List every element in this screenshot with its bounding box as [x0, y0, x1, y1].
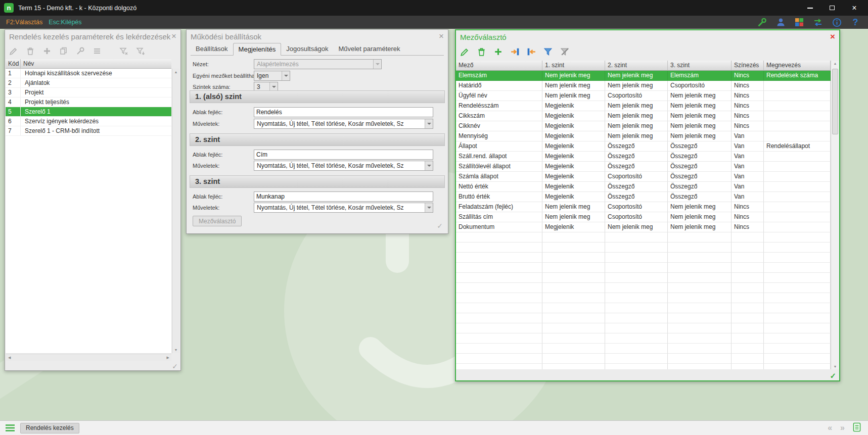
- settings-panel-close-icon[interactable]: ×: [439, 32, 444, 40]
- field-row[interactable]: CikknévMegjelenikNem jelenik megNem jele…: [456, 121, 831, 131]
- field-row[interactable]: RendelésszámMegjelenikNem jelenik megNem…: [456, 101, 831, 111]
- window-header-input-level2[interactable]: [254, 150, 433, 160]
- field-cell: [764, 283, 831, 293]
- field-row[interactable]: ElemszámNem jelenik megNem jelenik megEl…: [456, 71, 831, 81]
- move-into-level-icon[interactable]: [509, 46, 520, 57]
- field-row[interactable]: Szállítólevél állapotMegjelenikÖsszegzőÖ…: [456, 162, 831, 172]
- scroll-left-icon[interactable]: ◀: [8, 356, 11, 360]
- copy-icon[interactable]: [58, 45, 69, 57]
- tab-beallitasok[interactable]: Beállítások: [191, 43, 233, 55]
- hamburger-menu-icon[interactable]: [4, 422, 16, 433]
- minimize-button[interactable]: [806, 5, 813, 12]
- field-row[interactable]: Ügyfél névNem jelenik megCsoportosítóNem…: [456, 91, 831, 101]
- column-header-3[interactable]: 2. szint: [605, 61, 668, 71]
- scroll-down-icon[interactable]: ▼: [831, 365, 839, 368]
- field-row[interactable]: Számla állapotMegjelenikCsoportosítóÖssz…: [456, 172, 831, 182]
- help-icon[interactable]: ?: [850, 17, 861, 28]
- filter-icon[interactable]: [542, 46, 554, 57]
- field-vertical-scrollbar[interactable]: ▲ ▼: [831, 61, 839, 369]
- edit-icon[interactable]: [8, 45, 19, 57]
- close-button[interactable]: ×: [851, 5, 858, 12]
- field-row[interactable]: Szállítás címNem jelenik megCsoportosító…: [456, 212, 831, 222]
- operations-select-level3[interactable]: Nyomtatás, Új tétel, Tétel törlése, Kosá…: [254, 203, 433, 213]
- filter-apply-icon[interactable]: [135, 45, 146, 57]
- column-header-code[interactable]: Kód: [6, 59, 21, 68]
- tab-megjelenites[interactable]: Megjelenítés: [233, 43, 282, 56]
- field-row[interactable]: MennyiségMegjelenikNem jelenik megNem je…: [456, 131, 831, 141]
- field-cell: [456, 243, 542, 253]
- transfer-arrows-icon[interactable]: [812, 17, 824, 28]
- column-header-6[interactable]: Megnevezés: [764, 61, 831, 71]
- prev-module-icon[interactable]: «: [828, 423, 832, 433]
- user-icon[interactable]: [775, 17, 786, 28]
- filter-off-icon[interactable]: [559, 46, 570, 57]
- delete-icon[interactable]: [476, 46, 487, 57]
- column-header-2[interactable]: 1. szint: [542, 61, 605, 71]
- column-header-1[interactable]: Mező: [456, 61, 542, 71]
- field-cell: Van: [732, 141, 764, 152]
- operations-select-level2[interactable]: Nyomtatás, Új tétel, Tétel törlése, Kosá…: [254, 161, 433, 171]
- query-row[interactable]: 6Szervíz igények lekérdezés: [6, 117, 171, 126]
- scroll-down-icon[interactable]: ▼: [174, 348, 178, 352]
- active-module-tab[interactable]: Rendelés kezelés: [20, 423, 79, 433]
- field-row[interactable]: Bruttó értékMegjelenikÖsszegzőÖsszegzőVa…: [456, 192, 831, 202]
- add-icon[interactable]: [492, 46, 504, 57]
- operations-select-level1[interactable]: Nyomtatás, Új tétel, Tétel törlése, Kosá…: [254, 119, 433, 129]
- scrollbar-thumb[interactable]: [832, 69, 838, 134]
- module-list-icon[interactable]: [853, 422, 861, 434]
- query-accept-check-icon[interactable]: ✓: [172, 362, 178, 370]
- field-row[interactable]: Feladatszám (fejléc)Nem jelenik megCsopo…: [456, 202, 831, 212]
- menu-item-select[interactable]: F2:Választás: [6, 19, 42, 26]
- field-selector-button[interactable]: Mezőválasztó: [193, 216, 242, 226]
- info-icon[interactable]: [831, 17, 842, 28]
- delete-icon[interactable]: [25, 45, 36, 57]
- scroll-up-icon[interactable]: ▲: [174, 70, 178, 74]
- filter-clear-icon[interactable]: [118, 45, 129, 57]
- field-row[interactable]: ÁllapotMegjelenikÖsszegzőÖsszegzőVanRend…: [456, 141, 831, 152]
- query-row[interactable]: 4Projekt teljesítés: [6, 98, 171, 107]
- field-row[interactable]: Nettó értékMegjelenikÖsszegzőÖsszegzőVan: [456, 182, 831, 192]
- scroll-up-icon[interactable]: ▲: [831, 62, 839, 65]
- move-out-of-level-icon[interactable]: [526, 46, 537, 57]
- field-row[interactable]: CikkszámMegjelenikNem jelenik megNem jel…: [456, 111, 831, 121]
- statusbar: Rendelés kezelés « »: [0, 420, 868, 435]
- wrench-icon[interactable]: [756, 17, 767, 28]
- custom-fields-select[interactable]: Igen: [254, 71, 290, 81]
- tab-muvelet-parameterek[interactable]: Művelet paraméterek: [333, 43, 405, 55]
- column-header-5[interactable]: Színezés: [732, 61, 764, 71]
- query-row[interactable]: 7Szerelő 1 - CRM-ből indított: [6, 126, 171, 136]
- query-panel-close-icon[interactable]: ×: [171, 32, 176, 40]
- menu-item-exit[interactable]: Esc:Kilépés: [49, 19, 81, 26]
- column-header-4[interactable]: 3. szint: [668, 61, 732, 71]
- scroll-right-icon[interactable]: ▶: [167, 356, 169, 360]
- field-cell: Nem jelenik meg: [668, 121, 732, 131]
- query-row[interactable]: 3Projekt: [6, 88, 171, 98]
- window-header-input-level1[interactable]: [254, 107, 433, 117]
- view-select[interactable]: Alapértelmezés: [254, 59, 382, 69]
- field-selector-accept-check-icon[interactable]: ✓: [830, 371, 836, 380]
- add-icon[interactable]: [41, 45, 53, 57]
- query-vertical-scrollbar[interactable]: ▲ ▼: [172, 69, 179, 353]
- column-header-name[interactable]: Név: [21, 59, 171, 68]
- maximize-button[interactable]: [829, 5, 836, 12]
- field-cell: [764, 323, 831, 333]
- modules-grid-icon[interactable]: [794, 17, 805, 28]
- field-cell: [542, 323, 605, 333]
- next-module-icon[interactable]: »: [840, 423, 845, 433]
- query-row[interactable]: 1Holnapi kiszállítások szervezése: [6, 69, 171, 78]
- tab-jogosultsagok[interactable]: Jogosultságok: [281, 43, 333, 55]
- query-horizontal-scrollbar[interactable]: ◀ ▶: [6, 354, 171, 361]
- query-row[interactable]: 5Szerelő 1: [6, 107, 171, 117]
- edit-icon[interactable]: [459, 46, 470, 57]
- field-row[interactable]: DokumentumMegjelenikNem jelenik megNem j…: [456, 222, 831, 232]
- field-cell: Cikkszám: [456, 111, 542, 121]
- field-cell: Nem jelenik meg: [668, 131, 732, 141]
- tools-icon[interactable]: [75, 45, 86, 57]
- field-row[interactable]: HatáridőNem jelenik megNem jelenik megCs…: [456, 81, 831, 91]
- settings-accept-check-icon[interactable]: ✓: [437, 222, 443, 230]
- window-header-input-level3[interactable]: [254, 191, 433, 202]
- field-selector-close-icon[interactable]: ×: [830, 33, 835, 41]
- query-row[interactable]: 2Ajánlatok: [6, 78, 171, 88]
- field-row[interactable]: Száll.rend. állapotMegjelenikÖsszegzőÖss…: [456, 152, 831, 162]
- list-icon[interactable]: [92, 45, 103, 57]
